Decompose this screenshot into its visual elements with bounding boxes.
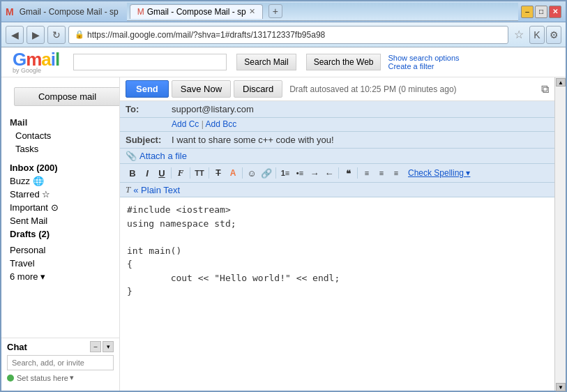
italic-t-icon: T <box>126 184 130 195</box>
link-button[interactable]: 🔗 <box>259 166 273 180</box>
starred-nav-label: Starred ☆ <box>10 189 50 199</box>
bold-button[interactable]: B <box>126 166 139 180</box>
sidebar-item-important[interactable]: Important ⊙ <box>1 201 119 214</box>
browser-logo-icon: M <box>6 6 14 17</box>
sidebar-item-buzz[interactable]: Buzz 🌐 <box>1 174 119 188</box>
inbox-nav-label: Inbox (200) <box>10 163 58 173</box>
text-color-button[interactable]: A <box>226 166 240 180</box>
plain-text-link[interactable]: « Plain Text <box>133 185 180 195</box>
toolbar-sep-7 <box>357 167 358 179</box>
sent-mail-nav-label: Sent Mail <box>10 216 47 226</box>
emoji-button[interactable]: ☺ <box>245 166 259 180</box>
url-bar[interactable]: 🔒 https://mail.google.com/mail/?shva=1#d… <box>68 26 508 44</box>
settings-icon[interactable]: ⚙ <box>546 26 561 44</box>
strikethrough-button[interactable]: T <box>211 166 225 180</box>
sidebar-item-drafts[interactable]: Drafts (2) <box>1 227 119 241</box>
align-left-button[interactable]: ≡ <box>360 166 374 180</box>
bookmark-star-icon[interactable]: ☆ <box>511 27 527 43</box>
indent-more-button[interactable]: → <box>308 166 322 180</box>
add-cc-link[interactable]: Add Cc <box>172 119 199 129</box>
sidebar-item-mail[interactable]: Mail <box>1 116 119 129</box>
search-input[interactable] <box>73 54 227 70</box>
save-now-button[interactable]: Save Now <box>172 80 231 98</box>
url-text: https://mail.google.com/mail/?shva=1#dra… <box>87 30 325 40</box>
sidebar-item-travel[interactable]: Travel <box>1 257 119 270</box>
chat-title: Chat <box>7 342 27 352</box>
search-web-button[interactable]: Search the Web <box>306 54 381 70</box>
font-size-button[interactable]: TT <box>192 166 206 180</box>
browser-frame: M Gmail - Compose Mail - sp M Gmail - Co… <box>0 0 567 392</box>
attach-file-link[interactable]: Attach a file <box>139 151 187 161</box>
to-input[interactable] <box>172 104 549 114</box>
align-right-button[interactable]: ≡ <box>389 166 403 180</box>
blockquote-button[interactable]: ❝ <box>341 166 355 180</box>
chat-controls: – ▾ <box>90 341 114 352</box>
create-filter-link[interactable]: Create a filter <box>388 62 459 70</box>
to-label: To: <box>126 104 172 114</box>
compose-area: Send Save Now Discard Draft autosaved at… <box>120 77 554 391</box>
send-button[interactable]: Send <box>126 80 169 98</box>
minimize-button[interactable]: – <box>521 6 534 18</box>
gmail-wrapper: Gmail by Google Search Mail Search the W… <box>1 47 566 391</box>
back-button[interactable]: ◀ <box>6 26 24 44</box>
toolbar-sep-6 <box>338 167 339 179</box>
compose-form: To: Add Cc | Add Bcc Subject: <box>120 101 554 391</box>
underline-button[interactable]: U <box>155 166 169 180</box>
sidebar-item-more[interactable]: 6 more ▾ <box>1 270 119 283</box>
chat-section: Chat – ▾ Set status here ▾ <box>1 338 119 385</box>
ssl-lock-icon: 🔒 <box>75 30 84 39</box>
check-spelling-button[interactable]: Check Spelling ▾ <box>408 168 470 178</box>
sidebar-item-inbox[interactable]: Inbox (200) <box>1 161 119 174</box>
title-bar: M Gmail - Compose Mail - sp M Gmail - Co… <box>1 1 566 22</box>
sidebar-spacer <box>1 156 119 161</box>
maximize-button[interactable]: □ <box>535 6 547 18</box>
discard-button[interactable]: Discard <box>234 80 282 98</box>
sidebar-item-sent[interactable]: Sent Mail <box>1 214 119 227</box>
italic-button[interactable]: I <box>140 166 154 180</box>
active-tab[interactable]: M Gmail - Compose Mail - sp ✕ <box>130 4 263 19</box>
set-status-text[interactable]: Set status here <box>17 374 68 382</box>
compose-mail-button[interactable]: Compose mail <box>14 87 120 106</box>
gmail-logo: Gmail by Google <box>13 50 59 74</box>
sidebar-item-starred[interactable]: Starred ☆ <box>1 188 119 201</box>
chat-search-input[interactable] <box>7 355 114 370</box>
personal-nav-label: Personal <box>10 245 45 255</box>
close-button[interactable]: ✕ <box>549 6 561 18</box>
message-body[interactable]: #include <iostream> using namespace std;… <box>120 197 554 391</box>
right-scrollbar[interactable]: ▲ ▼ <box>554 77 566 391</box>
set-status-chevron-icon: ▾ <box>70 373 74 382</box>
scroll-up-button[interactable]: ▲ <box>556 78 566 86</box>
subject-input[interactable] <box>172 135 549 145</box>
browser-title: Gmail - Compose Mail - sp <box>20 7 119 17</box>
chat-expand-button[interactable]: ▾ <box>103 341 114 352</box>
ul-button[interactable]: •≡ <box>293 166 307 180</box>
tasks-nav-label: Tasks <box>15 144 38 154</box>
chat-minimize-button[interactable]: – <box>90 341 101 352</box>
chat-header: Chat – ▾ <box>7 341 114 352</box>
gmail-header: Gmail by Google Search Mail Search the W… <box>1 47 566 77</box>
status-online-indicator <box>7 375 14 382</box>
sidebar-top: Compose mail <box>1 83 119 116</box>
sidebar-item-contacts[interactable]: Contacts <box>1 129 119 142</box>
ol-button[interactable]: 1≡ <box>278 166 292 180</box>
sidebar-item-personal[interactable]: Personal <box>1 243 119 257</box>
contacts-nav-label: Contacts <box>15 130 51 141</box>
sidebar-item-tasks[interactable]: Tasks <box>1 142 119 156</box>
font-button[interactable]: F <box>174 166 188 180</box>
kaspersky-icon[interactable]: K <box>529 26 545 44</box>
indent-less-button[interactable]: ← <box>322 166 336 180</box>
tab-close-button[interactable]: ✕ <box>249 7 255 16</box>
align-center-button[interactable]: ≡ <box>375 166 388 180</box>
important-nav-label: Important ⊙ <box>10 202 59 213</box>
new-tab-button[interactable]: + <box>269 4 282 18</box>
scroll-down-button[interactable]: ▼ <box>556 383 566 391</box>
show-search-options-link[interactable]: Show search options <box>388 54 459 62</box>
sidebar-nav: Mail Contacts Tasks Inbox (200) Buzz 🌐 <box>1 116 119 338</box>
compose-popout-icon[interactable]: ⧉ <box>541 83 549 96</box>
cc-bcc-row: Add Cc | Add Bcc <box>120 118 554 132</box>
search-mail-button[interactable]: Search Mail <box>236 54 296 70</box>
refresh-button[interactable]: ↻ <box>47 26 66 44</box>
travel-nav-label: Travel <box>10 258 35 269</box>
forward-button[interactable]: ▶ <box>27 26 45 44</box>
add-bcc-link[interactable]: Add Bcc <box>206 119 237 129</box>
